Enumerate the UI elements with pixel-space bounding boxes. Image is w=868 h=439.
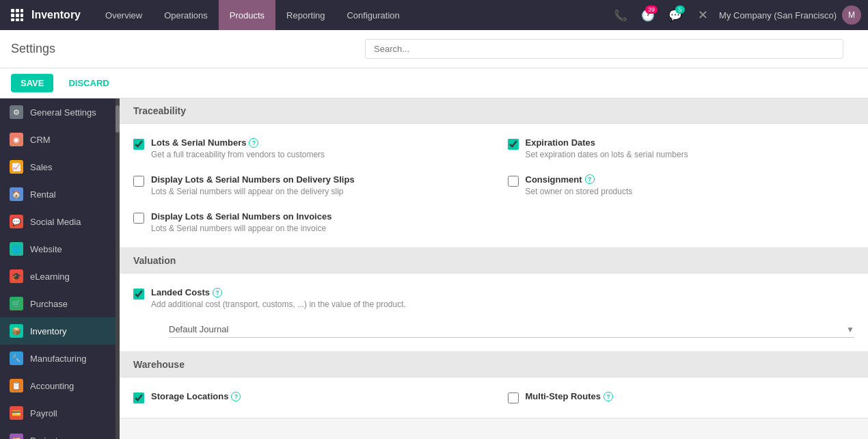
sidebar-label-rental: Rental bbox=[30, 189, 56, 200]
topnav-right: 📞 🕐 39 💬 5 ✕ My Company (San Francisco) … bbox=[610, 4, 861, 26]
consignment-help-icon[interactable]: ? bbox=[585, 174, 595, 184]
landed-costs-content: Landed Costs ? Add additional cost (tran… bbox=[151, 287, 854, 338]
multi-step-routes-help-icon[interactable]: ? bbox=[603, 392, 613, 401]
expiration-dates-desc: Set expiration dates on lots & serial nu… bbox=[526, 149, 855, 161]
default-journal-label: Default Journal bbox=[169, 324, 842, 334]
phone-icon[interactable]: 📞 bbox=[610, 4, 632, 26]
discard-button[interactable]: DISCARD bbox=[59, 74, 118, 92]
svg-rect-4 bbox=[16, 14, 19, 17]
setting-display-lots-delivery: Display Lots & Serial Numbers on Deliver… bbox=[133, 174, 480, 198]
sidebar-item-website[interactable]: 🌐 Website bbox=[0, 235, 120, 263]
svg-rect-8 bbox=[21, 18, 23, 21]
sidebar-label-accounting: Accounting bbox=[30, 381, 74, 391]
nav-configuration[interactable]: Configuration bbox=[336, 0, 410, 30]
nav-overview[interactable]: Overview bbox=[94, 0, 153, 30]
setting-expiration-dates: Expiration Dates Set expiration dates on… bbox=[508, 137, 855, 161]
setting-display-lots-invoices: Display Lots & Serial Numbers on Invoice… bbox=[133, 211, 480, 235]
landed-costs-checkbox[interactable] bbox=[133, 289, 144, 300]
page-title: Settings bbox=[11, 42, 55, 56]
sidebar-item-crm[interactable]: ◉ CRM bbox=[0, 126, 120, 153]
display-lots-delivery-checkbox[interactable] bbox=[133, 176, 144, 187]
sidebar-item-purchase[interactable]: 🛒 Purchase bbox=[0, 290, 120, 317]
project-icon: 📁 bbox=[10, 434, 23, 439]
sidebar-item-general-settings[interactable]: ⚙ General Settings bbox=[0, 98, 120, 126]
save-button[interactable]: SAVE bbox=[11, 74, 53, 92]
warehouse-section-header: Warehouse bbox=[120, 352, 868, 377]
layout: ⚙ General Settings ◉ CRM 📈 Sales 🏠 Renta… bbox=[0, 98, 868, 439]
grid-menu-icon[interactable] bbox=[7, 5, 27, 25]
payroll-icon: 💳 bbox=[10, 406, 23, 420]
sidebar-item-inventory[interactable]: 📦 Inventory bbox=[0, 317, 120, 345]
app-title: Inventory bbox=[31, 9, 81, 21]
storage-locations-help-icon[interactable]: ? bbox=[231, 392, 241, 401]
multi-step-routes-checkbox[interactable] bbox=[508, 393, 519, 403]
lots-serial-desc: Get a full traceability from vendors to … bbox=[151, 149, 480, 161]
search-input[interactable] bbox=[365, 39, 843, 59]
topnav-menu: Overview Operations Products Reporting C… bbox=[94, 0, 610, 30]
display-lots-delivery-label: Display Lots & Serial Numbers on Deliver… bbox=[151, 174, 480, 185]
sidebar-item-manufacturing[interactable]: 🔧 Manufacturing bbox=[0, 345, 120, 372]
nav-products[interactable]: Products bbox=[219, 0, 275, 30]
topnav: Inventory Overview Operations Products R… bbox=[0, 0, 868, 30]
svg-rect-2 bbox=[21, 9, 23, 12]
consignment-checkbox[interactable] bbox=[508, 176, 519, 187]
multi-step-routes-label: Multi-Step Routes ? bbox=[526, 391, 855, 401]
close-icon[interactable]: ✕ bbox=[692, 4, 714, 26]
chevron-down-icon: ▼ bbox=[846, 325, 854, 334]
activity-icon[interactable]: 🕐 39 bbox=[637, 4, 659, 26]
sidebar: ⚙ General Settings ◉ CRM 📈 Sales 🏠 Renta… bbox=[0, 98, 120, 439]
expiration-dates-checkbox[interactable] bbox=[508, 139, 519, 150]
sidebar-item-sales[interactable]: 📈 Sales bbox=[0, 153, 120, 181]
sidebar-label-manufacturing: Manufacturing bbox=[30, 354, 86, 364]
display-lots-invoices-label: Display Lots & Serial Numbers on Invoice… bbox=[151, 211, 480, 222]
sidebar-label-inventory: Inventory bbox=[30, 326, 66, 336]
display-lots-invoices-checkbox[interactable] bbox=[133, 213, 144, 224]
sidebar-item-social-media[interactable]: 💬 Social Media bbox=[0, 208, 120, 235]
traceability-section-body: Lots & Serial Numbers ? Get a full trace… bbox=[120, 124, 868, 248]
lots-serial-help-icon[interactable]: ? bbox=[249, 138, 258, 148]
avatar[interactable]: M bbox=[842, 5, 861, 25]
main-content: Traceability Lots & Serial Numbers ? Get… bbox=[120, 98, 868, 439]
sidebar-label-payroll: Payroll bbox=[30, 408, 57, 418]
social-media-icon: 💬 bbox=[10, 215, 23, 228]
messages-icon[interactable]: 💬 5 bbox=[664, 4, 686, 26]
setting-multi-step-routes: Multi-Step Routes ? bbox=[508, 391, 855, 403]
expiration-dates-content: Expiration Dates Set expiration dates on… bbox=[526, 137, 855, 161]
landed-costs-help-icon[interactable]: ? bbox=[213, 288, 222, 297]
sidebar-item-project[interactable]: 📁 Project bbox=[0, 427, 120, 439]
valuation-section-header: Valuation bbox=[120, 248, 868, 274]
lots-serial-label: Lots & Serial Numbers ? bbox=[151, 137, 480, 148]
default-journal-select[interactable]: Default Journal ▼ bbox=[169, 321, 854, 338]
display-lots-delivery-content: Display Lots & Serial Numbers on Deliver… bbox=[151, 174, 480, 198]
sidebar-item-accounting[interactable]: 📋 Accounting bbox=[0, 372, 120, 399]
svg-rect-3 bbox=[11, 14, 14, 17]
lots-serial-checkbox[interactable] bbox=[133, 139, 144, 150]
svg-rect-7 bbox=[16, 18, 19, 21]
sidebar-item-rental[interactable]: 🏠 Rental bbox=[0, 181, 120, 208]
sidebar-label-sales: Sales bbox=[30, 162, 53, 172]
display-lots-delivery-desc: Lots & Serial numbers will appear on the… bbox=[151, 186, 480, 198]
sidebar-item-payroll[interactable]: 💳 Payroll bbox=[0, 399, 120, 427]
website-icon: 🌐 bbox=[10, 242, 23, 256]
setting-storage-locations: Storage Locations ? bbox=[133, 391, 480, 403]
action-bar: SAVE DISCARD bbox=[0, 68, 868, 98]
consignment-content: Consignment ? Set owner on stored produc… bbox=[526, 174, 855, 198]
sidebar-item-elearning[interactable]: 🎓 eLearning bbox=[0, 263, 120, 290]
nav-reporting[interactable]: Reporting bbox=[275, 0, 336, 30]
purchase-icon: 🛒 bbox=[10, 297, 23, 310]
inventory-icon: 📦 bbox=[10, 324, 23, 338]
svg-rect-6 bbox=[11, 18, 14, 21]
lots-serial-content: Lots & Serial Numbers ? Get a full trace… bbox=[151, 137, 480, 161]
nav-operations[interactable]: Operations bbox=[153, 0, 219, 30]
consignment-label: Consignment ? bbox=[526, 174, 855, 185]
activity-badge: 39 bbox=[645, 5, 657, 14]
manufacturing-icon: 🔧 bbox=[10, 351, 23, 365]
sidebar-label-crm: CRM bbox=[30, 135, 51, 145]
company-name[interactable]: My Company (San Francisco) bbox=[719, 10, 837, 21]
setting-landed-costs: Landed Costs ? Add additional cost (tran… bbox=[133, 287, 854, 338]
storage-locations-label: Storage Locations ? bbox=[151, 391, 480, 401]
crm-icon: ◉ bbox=[10, 133, 23, 146]
storage-locations-checkbox[interactable] bbox=[133, 393, 144, 403]
sidebar-label-general-settings: General Settings bbox=[30, 107, 96, 118]
display-lots-invoices-content: Display Lots & Serial Numbers on Invoice… bbox=[151, 211, 480, 235]
